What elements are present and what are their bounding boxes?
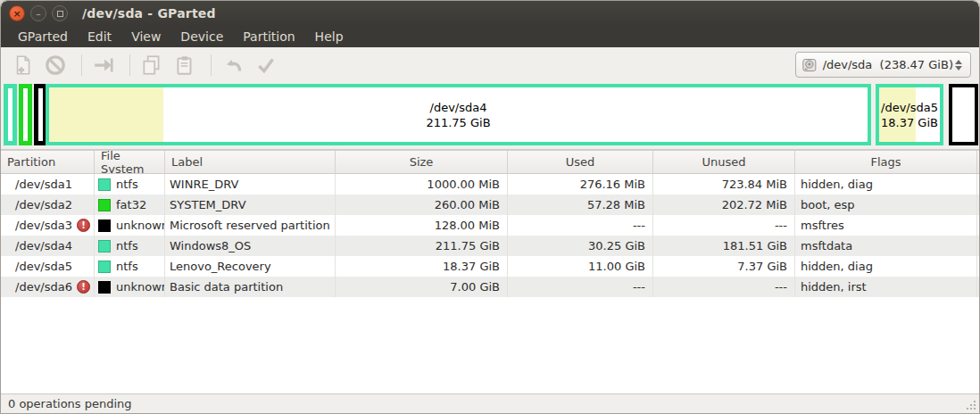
- flags-value: hidden, diag: [801, 178, 873, 191]
- device-selector[interactable]: /dev/sda (238.47 GiB): [795, 52, 971, 78]
- cell-used: ---: [508, 215, 653, 236]
- toolbar: /dev/sda (238.47 GiB): [1, 47, 979, 83]
- column-header-flags[interactable]: Flags: [795, 151, 977, 173]
- flags-value: boot, esp: [801, 198, 855, 211]
- column-header-size[interactable]: Size: [336, 151, 508, 173]
- table-row[interactable]: /dev/sda6!unknownBasic data partition7.0…: [1, 277, 979, 297]
- delete-button[interactable]: [41, 52, 70, 79]
- disk-partition-sda2[interactable]: [19, 84, 32, 145]
- resize-grip[interactable]: [964, 398, 977, 411]
- table-row[interactable]: /dev/sda2fat32SYSTEM_DRV260.00 MiB57.28 …: [1, 195, 979, 215]
- toolbar-separator: [129, 54, 130, 76]
- cell-label: Windows8_OS: [165, 236, 336, 256]
- undo-button[interactable]: [219, 52, 247, 79]
- cell-used: 276.16 MiB: [508, 174, 653, 195]
- undo-icon: [221, 54, 245, 77]
- cell-size: 211.75 GiB: [336, 236, 508, 256]
- cell-used: 57.28 MiB: [508, 195, 653, 215]
- cell-label: Lenovo_Recovery: [165, 256, 336, 277]
- filesystem-color-swatch: [98, 219, 111, 232]
- cell-unused: 723.84 MiB: [653, 174, 795, 195]
- menu-item-edit[interactable]: Edit: [78, 28, 121, 46]
- titlebar[interactable]: ×– /dev/sda - GParted: [1, 1, 979, 26]
- cell-used: ---: [508, 277, 653, 297]
- table-row[interactable]: /dev/sda5ntfsLenovo_Recovery18.37 GiB11.…: [1, 256, 979, 277]
- filesystem-name: unknown: [116, 280, 165, 294]
- partition-table: PartitionFile SystemLabelSizeUsedUnusedF…: [1, 150, 979, 393]
- gparted-window: ×– /dev/sda - GParted GPartedEditViewDev…: [0, 0, 980, 414]
- apply-button[interactable]: [252, 52, 280, 79]
- size-value: 260.00 MiB: [435, 198, 500, 211]
- used-value: 11.00 GiB: [588, 260, 645, 273]
- device-selector-value: /dev/sda (238.47 GiB): [823, 58, 953, 71]
- menu-item-view[interactable]: View: [121, 28, 170, 46]
- column-header-label[interactable]: Label: [165, 151, 336, 173]
- table-row[interactable]: /dev/sda3!unknownMicrosoft reserved part…: [1, 215, 979, 236]
- cell-label: Microsoft reserved partition: [165, 215, 336, 236]
- disk-partition-sda5[interactable]: /dev/sda518.37 GiB: [876, 84, 943, 145]
- column-header-used[interactable]: Used: [508, 151, 653, 173]
- toolbar-separator: [211, 54, 212, 76]
- used-value: 57.28 MiB: [587, 198, 645, 211]
- resize-move-button[interactable]: [89, 52, 118, 79]
- used-value: ---: [633, 280, 645, 294]
- cell-partition: /dev/sda5: [1, 256, 95, 277]
- cell-flags: msftres: [795, 215, 977, 236]
- cell-filesystem: unknown: [95, 277, 165, 297]
- used-space-fill: [49, 87, 163, 142]
- statusbar: 0 operations pending: [1, 393, 979, 413]
- table-row[interactable]: /dev/sda4ntfsWindows8_OS211.75 GiB30.25 …: [1, 236, 979, 256]
- filesystem-color-swatch: [98, 240, 111, 253]
- disk-visual-panel: /dev/sda4211.75 GiB/dev/sda518.37 GiB: [1, 83, 979, 150]
- unused-value: 181.51 GiB: [723, 239, 787, 253]
- maximize-button[interactable]: [52, 5, 68, 21]
- pending-operations-text: 0 operations pending: [8, 397, 132, 410]
- warning-icon: !: [77, 219, 90, 232]
- paste-button[interactable]: [170, 52, 199, 79]
- new-partition-button[interactable]: [8, 52, 37, 79]
- used-value: 276.16 MiB: [580, 178, 645, 191]
- unused-value: 202.72 MiB: [722, 198, 787, 211]
- cell-partition: /dev/sda6!: [1, 277, 95, 297]
- cell-partition: /dev/sda2: [1, 195, 95, 215]
- filesystem-name: ntfs: [116, 239, 138, 253]
- paste-icon: [173, 54, 196, 77]
- disk-partition-sda6[interactable]: [949, 84, 978, 145]
- warning-icon: !: [77, 280, 90, 294]
- partition-box-label: /dev/sda4: [430, 100, 487, 115]
- copy-button[interactable]: [137, 52, 166, 79]
- unused-value: 7.37 GiB: [737, 260, 787, 273]
- menu-item-help[interactable]: Help: [305, 28, 353, 46]
- apply-icon: [254, 54, 278, 77]
- cell-unused: 202.72 MiB: [653, 195, 795, 215]
- filesystem-name: ntfs: [116, 260, 138, 273]
- menu-item-gparted[interactable]: GParted: [8, 28, 78, 46]
- device-selector-spin-arrows[interactable]: [953, 60, 965, 70]
- cell-filesystem: ntfs: [95, 236, 165, 256]
- disk-partition-sda1[interactable]: [4, 84, 17, 145]
- disk-partition-sda4[interactable]: /dev/sda4211.75 GiB: [46, 84, 871, 145]
- menu-item-device[interactable]: Device: [170, 28, 233, 46]
- close-button[interactable]: ×: [9, 5, 25, 21]
- cell-size: 1000.00 MiB: [336, 174, 508, 195]
- column-header-filesystem[interactable]: File System: [95, 151, 165, 173]
- label-value: WINRE_DRV: [170, 178, 238, 191]
- size-value: 128.00 MiB: [435, 219, 500, 232]
- filesystem-color-swatch: [98, 261, 111, 273]
- menu-item-partition[interactable]: Partition: [233, 28, 304, 46]
- cell-size: 18.37 GiB: [336, 256, 508, 277]
- minimize-button[interactable]: –: [30, 5, 46, 21]
- label-value: Microsoft reserved partition: [170, 219, 330, 232]
- toolbar-separator: [81, 54, 82, 76]
- column-header-unused[interactable]: Unused: [653, 151, 795, 173]
- partition-box-label: 18.37 GiB: [881, 115, 938, 130]
- flags-value: hidden, irst: [801, 280, 867, 294]
- cell-unused: 181.51 GiB: [653, 236, 795, 256]
- table-row[interactable]: /dev/sda1ntfsWINRE_DRV1000.00 MiB276.16 …: [1, 174, 979, 195]
- cell-label: Basic data partition: [165, 277, 336, 297]
- partition-box-label: 211.75 GiB: [426, 115, 490, 130]
- flags-value: msftres: [801, 219, 844, 232]
- column-header-partition[interactable]: Partition: [1, 151, 95, 173]
- unused-value: ---: [775, 280, 787, 294]
- cell-unused: ---: [653, 277, 795, 297]
